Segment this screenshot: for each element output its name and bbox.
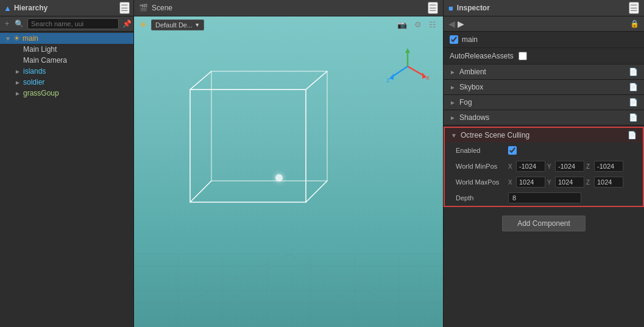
- svg-line-17: [190, 71, 211, 90]
- tree-item-islands[interactable]: ► islands: [0, 66, 133, 77]
- tree-item-grassgoup[interactable]: ► grassGoup: [0, 88, 133, 99]
- scene-title: Scene: [152, 4, 172, 12]
- nav-back-button[interactable]: ◀: [448, 19, 455, 29]
- scene-viewport[interactable]: ☀ Default De... ▼ 📷 ⚙ ☷: [134, 16, 443, 327]
- world-maxpos-label: World MaxPos: [456, 178, 504, 186]
- svg-marker-26: [389, 74, 394, 80]
- inspector-header: ■ Inspector ☰: [444, 0, 644, 16]
- tree-item-soldier[interactable]: ► soldier: [0, 77, 133, 88]
- scene-grid-button[interactable]: ☷: [427, 19, 438, 30]
- shadows-arrow: ►: [450, 114, 456, 121]
- tree-label-main-light: Main Light: [23, 45, 57, 54]
- inspector-title: Inspector: [457, 4, 490, 12]
- tree-item-main-light[interactable]: Main Light: [0, 44, 133, 55]
- section-ambient: ► Ambient 📄: [444, 65, 644, 80]
- scene-settings-button[interactable]: ⚙: [412, 19, 423, 30]
- tree-item-main[interactable]: ▼ ☀ main: [0, 33, 133, 44]
- minpos-coords: X Y Z: [508, 161, 635, 172]
- tree-label-main-camera: Main Camera: [23, 56, 67, 65]
- hierarchy-header: ▲ Hierarchy ☰: [0, 0, 133, 16]
- enabled-label: Enabled: [456, 147, 504, 154]
- enabled-checkbox[interactable]: [508, 146, 517, 155]
- tree-label-grassgoup: grassGoup: [23, 89, 59, 97]
- lock-icon: 🔒: [630, 19, 639, 28]
- section-shadows: ► Shadows 📄: [444, 110, 644, 125]
- add-component-button[interactable]: Add Component: [502, 216, 586, 231]
- scene-toolbar: ☀ Default De... ▼ 📷 ⚙ ☷: [134, 16, 443, 33]
- cube-wireframe: [154, 47, 379, 236]
- fog-file-icon[interactable]: 📄: [629, 98, 638, 107]
- hierarchy-icon: ▲: [4, 4, 12, 13]
- scene-panel: 🎬 Scene ☰ ☀ Default De... ▼ 📷 ⚙ ☷: [134, 0, 443, 327]
- minpos-x-label: X: [508, 163, 514, 170]
- auto-release-label: AutoReleaseAssets: [450, 52, 514, 60]
- svg-marker-15: [211, 71, 327, 181]
- section-skybox: ► Skybox 📄: [444, 80, 644, 95]
- minpos-z-input[interactable]: [594, 161, 623, 172]
- default-display-dropdown[interactable]: Default De... ▼: [151, 19, 204, 30]
- hierarchy-content: ▼ ☀ main Main Light Main Camera ► island…: [0, 32, 133, 327]
- inspector-icon: ■: [448, 4, 453, 13]
- entity-row: main: [444, 32, 644, 48]
- skybox-title: Skybox: [459, 83, 625, 91]
- scene-header: 🎬 Scene ☰: [134, 0, 443, 16]
- hierarchy-title: Hierarchy: [14, 4, 48, 12]
- inspector-nav: ◀ ▶ 🔒: [444, 16, 644, 32]
- minpos-y-input[interactable]: [555, 161, 584, 172]
- hierarchy-panel: ▲ Hierarchy ☰ + 🔍 📌 ↻ ▼ ☀ main Main Ligh…: [0, 0, 134, 327]
- svg-line-19: [306, 181, 327, 202]
- flame-icon: ☀: [13, 34, 20, 43]
- maxpos-coords: X Y Z: [508, 177, 635, 188]
- tree-item-main-camera[interactable]: Main Camera: [0, 55, 133, 66]
- search-input[interactable]: [27, 18, 119, 29]
- maxpos-x-label: X: [508, 179, 514, 186]
- gizmo-svg: Y X Z: [385, 47, 431, 86]
- ambient-file-icon[interactable]: 📄: [629, 68, 638, 76]
- depth-label: Depth: [456, 194, 504, 202]
- octree-file-icon[interactable]: 📄: [628, 131, 637, 139]
- maxpos-x-input[interactable]: [516, 177, 545, 188]
- auto-release-checkbox[interactable]: [518, 52, 527, 60]
- depth-input[interactable]: [508, 192, 581, 203]
- add-component-row: Add Component: [444, 208, 644, 239]
- entity-checkbox[interactable]: [450, 35, 458, 44]
- svg-text:Y: Y: [405, 47, 409, 48]
- ambient-title: Ambient: [459, 68, 625, 76]
- octree-header[interactable]: ▼ Octree Scene Culling 📄: [445, 128, 643, 142]
- skybox-file-icon[interactable]: 📄: [629, 83, 638, 91]
- maxpos-y-label: Y: [547, 179, 553, 186]
- dropdown-arrow-icon: ▼: [194, 22, 200, 28]
- fog-header[interactable]: ► Fog 📄: [444, 95, 644, 110]
- inspector-menu-button[interactable]: ☰: [629, 2, 639, 14]
- ambient-header[interactable]: ► Ambient 📄: [444, 65, 644, 79]
- scene-camera-icon: 🎬: [139, 4, 148, 12]
- search-button[interactable]: 🔍: [13, 19, 26, 29]
- svg-line-23: [408, 66, 425, 76]
- svg-text:Z: Z: [386, 77, 390, 83]
- scene-icon-btn-1[interactable]: 📷: [395, 19, 409, 30]
- world-minpos-label: World MinPos: [456, 163, 504, 170]
- default-display-label: Default De...: [155, 21, 193, 29]
- nav-forward-button[interactable]: ▶: [458, 19, 464, 29]
- scene-menu-button[interactable]: ☰: [428, 2, 438, 14]
- hierarchy-menu-button[interactable]: ☰: [119, 2, 130, 14]
- auto-release-row: AutoReleaseAssets: [444, 48, 644, 65]
- minpos-x-input[interactable]: [516, 161, 545, 172]
- skybox-arrow: ►: [450, 84, 456, 91]
- maxpos-z-input[interactable]: [594, 177, 623, 188]
- octree-title: Octree Scene Culling: [461, 131, 624, 139]
- shadows-header[interactable]: ► Shadows 📄: [444, 110, 644, 125]
- add-item-button[interactable]: +: [3, 19, 11, 29]
- world-maxpos-row: World MaxPos X Y Z: [445, 174, 643, 190]
- maxpos-y-input[interactable]: [555, 177, 584, 188]
- pin-button[interactable]: 📌: [121, 19, 133, 29]
- world-minpos-row: World MinPos X Y Z: [445, 158, 643, 174]
- depth-row: Depth: [445, 190, 643, 206]
- shadows-file-icon[interactable]: 📄: [629, 113, 638, 122]
- tree-label-main: main: [23, 34, 38, 43]
- minpos-z-label: Z: [586, 163, 592, 170]
- skybox-header[interactable]: ► Skybox 📄: [444, 80, 644, 94]
- minpos-y-label: Y: [547, 163, 553, 170]
- sun-icon: ☀: [139, 19, 147, 30]
- shadows-title: Shadows: [459, 113, 625, 122]
